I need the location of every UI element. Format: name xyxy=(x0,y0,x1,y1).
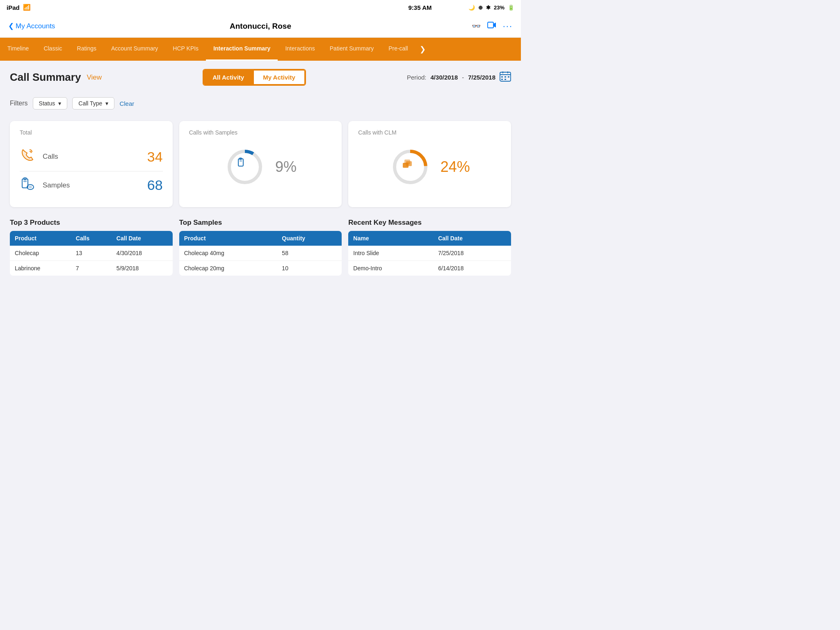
all-activity-button[interactable]: All Activity xyxy=(203,70,253,85)
status-dropdown-icon: ▾ xyxy=(58,100,61,107)
app-header: ❮ My Accounts Antonucci, Rose 👓 ··· xyxy=(0,15,521,38)
tab-more-icon[interactable]: ❯ xyxy=(415,38,430,61)
calls-with-samples-card: Calls with Samples 9% xyxy=(179,121,342,207)
header-icons: 👓 ··· xyxy=(472,21,513,32)
svg-rect-4 xyxy=(502,71,503,73)
top-samples-section: Top Samples Product Quantity Cholecap 40… xyxy=(179,219,342,276)
summary-header: Call Summary View All Activity My Activi… xyxy=(10,69,511,86)
calls-with-samples-value: 9% xyxy=(275,158,297,176)
calldate-cell: 4/30/2018 xyxy=(112,246,173,261)
calls-item: Calls 34 xyxy=(20,142,163,171)
svg-rect-8 xyxy=(508,76,509,78)
more-icon[interactable]: ··· xyxy=(503,21,513,32)
status-bar-right: 🌙 ⊕ ✱ 23% 🔋 xyxy=(468,5,514,11)
table-row: Cholecap 40mg58 xyxy=(179,246,342,261)
calls-with-clm-card: Calls with CLM 24% xyxy=(348,121,511,207)
call-type-filter-label: Call Type xyxy=(78,100,102,107)
call-type-filter[interactable]: Call Type ▾ xyxy=(72,97,114,110)
quantity-cell: 10 xyxy=(277,261,342,276)
product-cell: Cholecap xyxy=(10,246,71,261)
back-button[interactable]: ❮ My Accounts xyxy=(8,22,55,30)
total-card-title: Total xyxy=(20,129,163,136)
svg-rect-10 xyxy=(504,79,506,80)
filters-row: Filters Status ▾ Call Type ▾ Clear xyxy=(10,94,511,113)
donut-chart-samples xyxy=(224,146,265,187)
activity-toggle: All Activity My Activity xyxy=(203,69,306,86)
tab-timeline[interactable]: Timeline xyxy=(0,38,36,61)
video-icon[interactable] xyxy=(487,22,496,30)
tab-interactions[interactable]: Interactions xyxy=(278,38,322,61)
product-cell: Cholecap 40mg xyxy=(179,246,277,261)
status-filter[interactable]: Status ▾ xyxy=(33,97,68,110)
period-end-date: 7/25/2018 xyxy=(468,74,495,81)
period-start-date: 4/30/2018 xyxy=(431,74,458,81)
calls-value: 34 xyxy=(147,149,163,165)
svg-point-16 xyxy=(229,151,260,183)
period-dash: - xyxy=(462,74,464,81)
period-label: Period: xyxy=(407,74,427,81)
top3-products-col-calls: Calls xyxy=(71,231,112,246)
tab-classic[interactable]: Classic xyxy=(36,38,69,61)
status-time: 9:35 AM xyxy=(409,4,432,11)
name-cell: Intro Slide xyxy=(348,246,433,261)
moon-icon: 🌙 xyxy=(468,5,475,11)
tab-hcp-kpis[interactable]: HCP KPIs xyxy=(165,38,206,61)
phone-icon xyxy=(20,147,35,166)
tab-patient-summary[interactable]: Patient Summary xyxy=(322,38,381,61)
recent-key-messages-table: Name Call Date Intro Slide7/25/2018Demo-… xyxy=(348,231,511,276)
svg-point-14 xyxy=(29,186,32,188)
table-row: Cholecap134/30/2018 xyxy=(10,246,173,261)
calendar-icon[interactable] xyxy=(500,71,511,84)
top-samples-col-quantity: Quantity xyxy=(277,231,342,246)
samples-item: Samples 68 xyxy=(20,171,163,199)
calls-cell: 13 xyxy=(71,246,112,261)
top-samples-col-product: Product xyxy=(179,231,277,246)
calldate-cell: 6/14/2018 xyxy=(433,261,511,276)
calls-with-samples-donut: 9% xyxy=(189,142,332,192)
calls-with-samples-title: Calls with Samples xyxy=(189,129,332,136)
svg-rect-6 xyxy=(501,76,503,78)
tab-pre-call[interactable]: Pre-call xyxy=(381,38,415,61)
tab-nav: Timeline Classic Ratings Account Summary… xyxy=(0,38,521,61)
svg-rect-12 xyxy=(23,180,27,182)
quantity-cell: 58 xyxy=(277,246,342,261)
status-bar-left: iPad 📶 xyxy=(7,4,31,11)
page-title: Antonucci, Rose xyxy=(230,22,291,31)
svg-rect-0 xyxy=(488,22,493,28)
top3-products-title: Top 3 Products xyxy=(10,219,173,227)
svg-rect-5 xyxy=(507,71,508,73)
table-row: Demo-Intro6/14/2018 xyxy=(348,261,511,276)
table-row: Labrinone75/9/2018 xyxy=(10,261,173,276)
glasses-icon[interactable]: 👓 xyxy=(472,22,481,31)
filters-label: Filters xyxy=(10,100,28,107)
calls-with-clm-value: 24% xyxy=(441,158,470,176)
tables-row: Top 3 Products Product Calls Call Date C… xyxy=(10,219,511,276)
product-cell: Cholecap 20mg xyxy=(179,261,277,276)
tab-interaction-summary[interactable]: Interaction Summary xyxy=(206,38,278,61)
svg-rect-3 xyxy=(500,74,511,75)
clear-button[interactable]: Clear xyxy=(119,100,134,107)
status-bar: iPad 📶 9:35 AM 🌙 ⊕ ✱ 23% 🔋 xyxy=(0,0,521,15)
svg-rect-9 xyxy=(501,79,503,80)
wifi-icon: 📶 xyxy=(23,4,31,11)
my-activity-button[interactable]: My Activity xyxy=(253,70,305,85)
device-label: iPad xyxy=(7,4,20,11)
main-content: Call Summary View All Activity My Activi… xyxy=(0,61,521,284)
svg-rect-25 xyxy=(404,160,410,164)
status-filter-label: Status xyxy=(39,100,55,107)
top3-products-col-product: Product xyxy=(10,231,71,246)
total-card: Total Calls 34 xyxy=(10,121,173,207)
rkm-col-name: Name xyxy=(348,231,433,246)
top-samples-table: Product Quantity Cholecap 40mg58Cholecap… xyxy=(179,231,342,276)
calls-with-clm-donut: 24% xyxy=(358,142,501,192)
period-area: Period: 4/30/2018 - 7/25/2018 xyxy=(407,71,511,84)
location-icon: ⊕ xyxy=(478,5,483,11)
tab-ratings[interactable]: Ratings xyxy=(70,38,104,61)
samples-icon xyxy=(20,176,35,194)
calls-cell: 7 xyxy=(71,261,112,276)
product-cell: Labrinone xyxy=(10,261,71,276)
tab-account-summary[interactable]: Account Summary xyxy=(104,38,165,61)
view-link[interactable]: View xyxy=(87,73,102,82)
table-row: Cholecap 20mg10 xyxy=(179,261,342,276)
samples-value: 68 xyxy=(147,177,163,193)
